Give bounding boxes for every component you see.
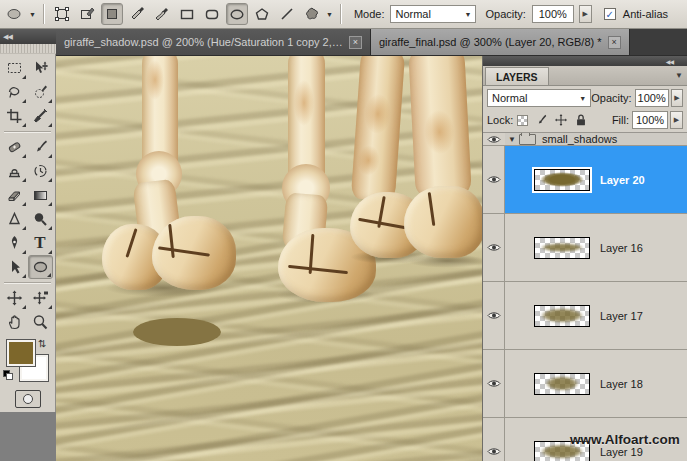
lock-pixels-icon[interactable] xyxy=(534,113,548,127)
brush-tool[interactable] xyxy=(28,135,53,159)
line-tool-button[interactable] xyxy=(276,3,298,25)
lasso-tool[interactable] xyxy=(2,80,27,104)
path-selection-tool[interactable] xyxy=(2,255,27,279)
gradient-tool[interactable] xyxy=(28,183,53,207)
preset-dropdown-icon[interactable]: ▼ xyxy=(29,11,36,18)
opacity-stepper[interactable]: ▶ xyxy=(579,5,592,23)
custom-shape-icon xyxy=(304,6,320,22)
layer-group-row[interactable]: ▼ small_shadows xyxy=(483,133,687,146)
group-disclosure-icon[interactable]: ▼ xyxy=(505,135,519,144)
polygon-tool-button[interactable] xyxy=(251,3,273,25)
visibility-toggle[interactable] xyxy=(483,350,505,417)
dodge-tool[interactable] xyxy=(28,207,53,231)
visibility-toggle[interactable] xyxy=(483,133,505,145)
lock-transparency-icon[interactable] xyxy=(517,115,528,126)
swap-colors-icon[interactable]: ⇄ xyxy=(37,339,48,347)
rectangle-tool-button[interactable] xyxy=(176,3,198,25)
layer-thumbnail[interactable] xyxy=(534,169,590,191)
tab-giraffe-final[interactable]: giraffe_final.psd @ 300% (Layer 20, RGB/… xyxy=(371,29,630,55)
tab-close-icon[interactable]: × xyxy=(608,36,621,49)
antialias-checkbox[interactable]: ✓ xyxy=(604,8,616,20)
tool-preset-picker[interactable] xyxy=(4,3,26,25)
history-brush-tool[interactable] xyxy=(28,159,53,183)
move-tool[interactable] xyxy=(28,56,53,80)
quick-mask-button[interactable] xyxy=(15,390,41,408)
fill-pixels-button[interactable] xyxy=(101,3,123,25)
rectangular-marquee-tool[interactable] xyxy=(2,56,27,80)
layer-name[interactable]: Layer 18 xyxy=(600,378,643,390)
type-tool[interactable]: T xyxy=(28,231,53,255)
layer-name[interactable]: Layer 20 xyxy=(600,174,645,186)
layer-row-layer17[interactable]: Layer 17 xyxy=(483,282,687,350)
opacity-input[interactable]: 100% xyxy=(532,5,574,23)
lock-all-icon[interactable] xyxy=(574,113,588,127)
layer-row-layer16[interactable]: Layer 16 xyxy=(483,214,687,282)
clone-stamp-tool[interactable] xyxy=(2,159,27,183)
blend-dropdown-icon: ▼ xyxy=(579,95,586,102)
layer-fill-stepper[interactable]: ▶ xyxy=(670,111,683,129)
ellipse-tool-button[interactable] xyxy=(226,3,248,25)
visibility-toggle[interactable] xyxy=(483,282,505,349)
paths-button[interactable] xyxy=(76,3,98,25)
foreground-color-swatch[interactable] xyxy=(7,340,35,366)
lock-position-icon[interactable] xyxy=(554,113,568,127)
visibility-toggle[interactable] xyxy=(483,418,505,461)
freeform-pen-tool-button[interactable] xyxy=(151,3,173,25)
quick-mask-icon xyxy=(23,394,33,404)
quick-selection-tool[interactable] xyxy=(28,80,53,104)
photoshop-window: ▼ xyxy=(0,0,687,461)
brush-icon xyxy=(32,139,49,155)
crop-tool[interactable] xyxy=(2,104,27,128)
layer-name[interactable]: Layer 16 xyxy=(600,242,643,254)
blur-tool[interactable] xyxy=(2,207,27,231)
group-name[interactable]: small_shadows xyxy=(542,133,617,145)
layers-tab[interactable]: LAYERS xyxy=(485,67,549,85)
layer-opacity-stepper[interactable]: ▶ xyxy=(671,89,683,107)
opacity-label: Opacity: xyxy=(485,8,525,20)
layer-thumbnail[interactable] xyxy=(534,237,590,259)
panel-menu-icon[interactable]: ▼ xyxy=(675,71,683,80)
3d-roll-icon xyxy=(32,290,49,306)
app-background xyxy=(0,412,56,461)
hand-icon xyxy=(6,314,23,330)
visibility-toggle[interactable] xyxy=(483,214,505,281)
tab-title: giraffe_final.psd @ 300% (Layer 20, RGB/… xyxy=(379,36,602,48)
3d-roll-tool[interactable] xyxy=(28,286,53,310)
hand-tool[interactable] xyxy=(2,310,27,334)
tab-close-icon[interactable]: × xyxy=(349,36,362,49)
eraser-icon xyxy=(6,187,23,203)
layers-tab-row: LAYERS ▼ xyxy=(483,66,687,86)
pen-tool[interactable] xyxy=(2,231,27,255)
layers-panel: ◀◀ LAYERS ▼ Normal ▼ Opacity: 100% ▶ Loc… xyxy=(482,56,687,461)
toolbox-header[interactable]: ◀◀ xyxy=(0,29,56,44)
healing-brush-tool[interactable] xyxy=(2,135,27,159)
default-colors-icon[interactable] xyxy=(3,370,14,380)
eraser-tool[interactable] xyxy=(2,183,27,207)
panel-dock-header[interactable]: ◀◀ xyxy=(483,56,687,66)
layer-thumbnail[interactable] xyxy=(534,373,590,395)
document-canvas[interactable] xyxy=(56,56,482,461)
eyedropper-tool[interactable] xyxy=(28,104,53,128)
visibility-toggle[interactable] xyxy=(483,146,505,213)
3d-rotate-tool[interactable] xyxy=(2,286,27,310)
zoom-tool[interactable] xyxy=(28,310,53,334)
layer-row-layer20[interactable]: Layer 20 xyxy=(483,146,687,214)
custom-shape-tool-button[interactable] xyxy=(301,3,323,25)
layer-name[interactable]: Layer 19 xyxy=(600,446,643,458)
layer-thumbnail[interactable] xyxy=(534,305,590,327)
layer-opacity-input[interactable]: 100% xyxy=(635,89,669,107)
custom-shape-dropdown-icon[interactable]: ▼ xyxy=(326,11,333,18)
layer-row-layer18[interactable]: Layer 18 xyxy=(483,350,687,418)
layer-name[interactable]: Layer 17 xyxy=(600,310,643,322)
blend-mode-select[interactable]: Normal ▼ xyxy=(487,89,591,107)
ellipse-shape-tool[interactable] xyxy=(28,255,53,279)
pen-tool-button[interactable] xyxy=(126,3,148,25)
mode-select[interactable]: Normal ▼ xyxy=(390,5,476,23)
eye-icon xyxy=(487,175,501,184)
rounded-rectangle-tool-button[interactable] xyxy=(201,3,223,25)
toolbox-grip[interactable] xyxy=(0,44,56,54)
tab-giraffe-shadow[interactable]: giraffe_shadow.psd @ 200% (Hue/Saturatio… xyxy=(56,29,371,55)
shape-layers-button[interactable] xyxy=(51,3,73,25)
layer-fill-input[interactable]: 100% xyxy=(632,111,668,129)
fill-pixels-icon xyxy=(104,6,120,22)
